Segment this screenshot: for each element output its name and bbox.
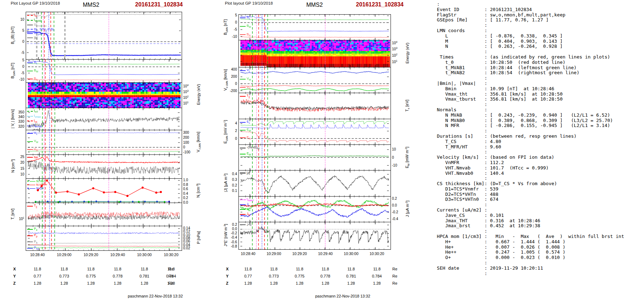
ephemeris-unit: Re <box>168 281 173 285</box>
right-axis-label: J [μA m-2] <box>405 185 410 232</box>
legend-entry: tcs <box>27 119 42 124</box>
legend-swatch <box>27 241 33 242</box>
legend-entry: BL, 50% of BL <box>27 27 55 31</box>
legend-label: N He+ <box>36 179 46 183</box>
legend-label: EN <box>247 136 251 141</box>
legend-swatch <box>240 34 246 35</box>
legend-entry: T|| <box>240 94 250 99</box>
panel-jdote: J*E' <box>238 222 391 250</box>
right-axis-label: Energy (eV) <box>196 71 201 118</box>
legend-swatch <box>240 130 246 131</box>
legend-swatch <box>240 17 246 18</box>
legend-label: BL <box>247 15 250 20</box>
legend-swatch <box>30 188 35 189</box>
ephemeris-value: 0.77 <box>237 274 259 278</box>
time-tick-label: 10:29:00 <box>261 251 286 256</box>
ephemeris-value: 11.8 <box>27 267 48 271</box>
legend-label: JN <box>247 212 250 217</box>
panel-b-lmn: BLBMBN <box>26 59 182 83</box>
legend-label: BLprst <box>34 31 42 36</box>
legend-swatch <box>27 71 33 71</box>
legend-ve-lmn: VLVMVN <box>240 68 251 93</box>
ephemeris-unit: Re <box>168 267 173 271</box>
legend-label: tcs <box>34 119 37 124</box>
legend-j-lmn: tmaxJJLJMJN <box>240 197 253 217</box>
legend-label: Ni <box>34 160 37 163</box>
legend-swatch <box>27 229 33 230</box>
legend-entry: VL <box>240 68 251 73</box>
legend-label: N He++ <box>36 183 47 187</box>
legend-swatch <box>27 161 33 162</box>
legend-entry: BLminmax <box>27 23 55 28</box>
legend-bl-btot: tcstMVABBLminmaxBL, 50% of BLBLprst|B| <box>27 13 55 40</box>
legend-label: BN <box>34 77 38 82</box>
ephemeris-value: 11.8 <box>80 267 102 271</box>
legend-label: -(VexB)M <box>247 146 260 151</box>
ephemeris-value: 0.781 <box>341 274 362 278</box>
ephemeris-axis-label: Y <box>226 274 228 278</box>
legend-b-lmn: BLBMBN <box>240 15 251 40</box>
legend-te: T|| <box>240 94 250 99</box>
legend-entry: VN <box>27 147 38 152</box>
legend-entry: tdvmax <box>27 123 42 128</box>
ephemeris-unit: Re <box>392 274 397 278</box>
legend-swatch <box>240 173 246 173</box>
time-tick-label: 10:30:20 <box>364 251 389 256</box>
legend-label: tcs <box>34 13 37 18</box>
right-axis-label: Ni [cm-3] <box>196 167 201 214</box>
legend-label: N O+ <box>36 187 44 190</box>
legend-entry: JN <box>240 212 253 217</box>
legend-entry: EM <box>240 128 251 133</box>
legend-entry: VM <box>240 77 251 82</box>
panel-vi-mag: tHTtvmaxtcstdvmax|V| <box>26 108 182 130</box>
y-axis-label: J*E' [nW m-3] <box>223 212 228 258</box>
panel-vi-lmn: VLVMVN <box>26 130 182 155</box>
panel-ti: T|| <box>26 203 182 226</box>
legend-jdote: J*E' <box>240 223 252 227</box>
ephemeris-axis-label: Z <box>13 281 16 285</box>
y-axis-label: Ti [eV] <box>10 191 15 237</box>
legend-label: BL, 50% of BL <box>34 27 55 31</box>
right-axis-label: Vi LMN [km/s] <box>196 119 201 165</box>
legend-swatch <box>27 62 33 63</box>
legend-entry: Pp <box>27 233 39 238</box>
legend-swatch <box>30 181 35 182</box>
legend-entry: EL <box>240 120 251 125</box>
ephemeris-value: 0.778 <box>107 274 129 278</box>
legend-entry: Ne <box>27 156 38 159</box>
legend-label: tMVAB <box>34 18 42 23</box>
ephemeris-value: 1.28 <box>341 281 362 285</box>
legend-label: EM <box>247 128 251 133</box>
ephemeris-value: 0.775 <box>289 274 310 278</box>
legend-label: tmaxJ <box>247 197 253 202</box>
legend-label: |J| <box>247 171 250 175</box>
legend-entry: BN <box>27 77 38 82</box>
legend-label: BN <box>247 32 251 37</box>
legend-entry: BM <box>27 68 38 73</box>
legend-swatch <box>27 111 33 112</box>
legend-entry: EM <box>240 152 260 157</box>
legend-label: tvmax <box>34 114 41 119</box>
legend-swatch <box>27 206 33 207</box>
legend-label: BM <box>247 24 251 29</box>
ephemeris-value: 11.8 <box>237 267 259 271</box>
legend-swatch <box>27 20 33 21</box>
right-axis-label: Te [eV] <box>405 82 410 129</box>
event-id-label: 20161231_102834 <box>122 1 183 8</box>
ephemeris-value: 11.8 <box>54 267 75 271</box>
legend-swatch <box>27 24 33 26</box>
legend-entry: |B| <box>27 36 55 40</box>
legend-label: J*E' <box>247 223 252 227</box>
legend-entry: JL <box>240 202 253 207</box>
ephemeris-value: 0.773 <box>263 274 285 278</box>
time-tick-label: 10:30:00 <box>339 251 364 256</box>
legend-vi-mag: tHTtvmaxtcstdvmax|V| <box>27 109 42 130</box>
legend-label: T|| <box>247 94 250 99</box>
legend-swatch <box>27 149 33 150</box>
legend-entry: Pb <box>27 240 39 245</box>
electron-plot-column: Plot layout GP 19/10/2018 MMS2 20161231_… <box>202 0 416 300</box>
legend-entry: T|| <box>27 204 37 209</box>
time-tick-label: 10:29:40 <box>313 251 338 256</box>
legend-swatch <box>27 235 33 236</box>
ephemeris-axis-label: X <box>226 267 228 271</box>
